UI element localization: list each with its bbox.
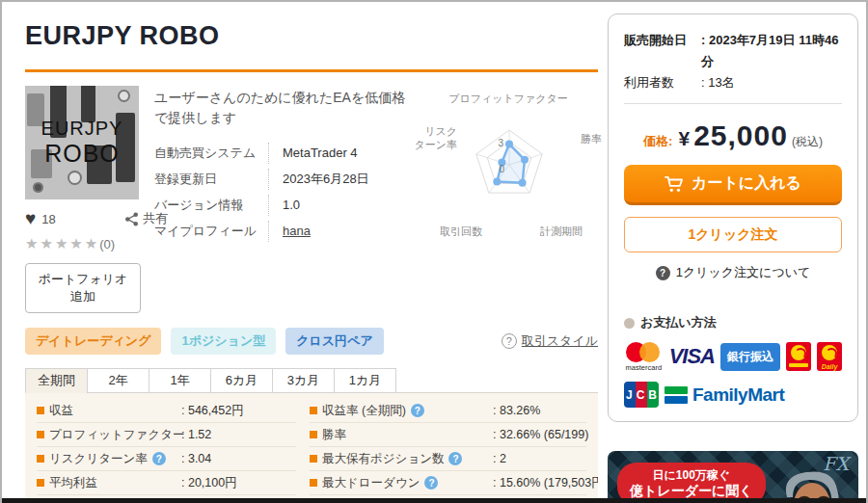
product-page: EURJPY ROBO EURJPY ROBO 18 xyxy=(25,12,598,503)
payment-logos-row2: JCB FamilyMart xyxy=(624,382,842,408)
meta-row-updated: 登録更新日 2023年6月28日 xyxy=(154,166,417,192)
stat-row-risk-return: リスクリターン率 : 3.04 xyxy=(37,447,296,471)
price-row: 価格: ¥ 25,000 (税込) xyxy=(624,119,842,152)
radar-axis-risk-return: リスクターン率 xyxy=(407,124,457,152)
meta-row-profile: マイプロフィール hana xyxy=(154,218,417,244)
bullet-icon xyxy=(624,318,635,329)
tab-1y[interactable]: 1年 xyxy=(149,368,211,393)
payment-methods-header: お支払い方法 xyxy=(624,314,842,331)
page-title: EURJPY ROBO xyxy=(25,21,598,51)
tags-row: デイトレーディング 1ポジション型 クロス円ペア 取引スタイル xyxy=(25,328,598,355)
bullet-icon xyxy=(310,407,317,414)
buy-card: 販売開始日 : 2023年7月19日 11時46分 利用者数 : 13名 価格:… xyxy=(608,13,858,422)
divider xyxy=(624,103,842,104)
tab-all-period[interactable]: 全期間 xyxy=(25,368,88,393)
bottom-bar xyxy=(0,498,868,503)
thumb-text-line1: EURJPY xyxy=(41,118,123,140)
tag-day-trading[interactable]: デイトレーディング xyxy=(25,328,161,355)
help-icon[interactable] xyxy=(424,476,438,490)
tax-note: (税込) xyxy=(792,134,823,150)
jcb-icon: JCB xyxy=(624,382,659,408)
bank-transfer-icon: 銀行振込 xyxy=(720,343,780,371)
cart-icon xyxy=(665,175,684,193)
star-icons[interactable]: ★★★★★ xyxy=(25,235,99,252)
purchase-sidebar: 販売開始日 : 2023年7月19日 11時46分 利用者数 : 13名 価格:… xyxy=(608,2,862,503)
bullet-icon xyxy=(310,455,317,463)
trade-style-link[interactable]: 取引スタイル xyxy=(522,332,598,350)
tag-cross-yen-pair[interactable]: クロス円ペア xyxy=(285,328,384,355)
meta-row-platform: 自動売買システム MetaTrader 4 xyxy=(154,140,417,166)
bullet-icon xyxy=(310,479,317,487)
svg-text:0: 0 xyxy=(499,164,504,174)
help-icon[interactable] xyxy=(448,452,462,465)
bullet-icon xyxy=(37,455,44,463)
mastercard-icon: mastercard xyxy=(624,341,664,372)
seller-profile-link[interactable]: hana xyxy=(283,224,311,238)
stats-panel: 収益 : 546,452円 プロフィットファクター : 1.52 リスクリターン… xyxy=(25,392,598,503)
title-divider xyxy=(25,69,598,72)
tab-6m[interactable]: 6カ月 xyxy=(210,368,273,393)
like-count: 18 xyxy=(41,212,55,226)
stat-row-win-rate: 勝率 : 32.66% (65/199) xyxy=(310,423,586,447)
release-date-row: 販売開始日 : 2023年7月19日 11時46分 xyxy=(624,30,842,72)
rating[interactable]: ★★★★★(0) xyxy=(25,235,141,252)
help-icon[interactable] xyxy=(411,404,424,417)
tag-one-position[interactable]: 1ポジション型 xyxy=(171,328,276,355)
help-icon[interactable] xyxy=(656,266,670,280)
tab-3m[interactable]: 3カ月 xyxy=(272,368,335,393)
radar-axis-trade-count: 取引回数 xyxy=(440,225,482,238)
radar-chart: プロフィットファクター 30 勝率 リスクターン率 取引回数 計測期間 xyxy=(419,92,598,234)
add-to-cart-button[interactable]: カートに入れる xyxy=(624,165,842,205)
radar-axis-win-rate: 勝率 xyxy=(581,132,602,146)
radar-axis-profit-factor: プロフィットファクター xyxy=(419,92,598,105)
tab-1m[interactable]: 1カ月 xyxy=(334,368,396,393)
product-image: EURJPY ROBO xyxy=(25,86,139,199)
help-icon[interactable] xyxy=(152,452,166,465)
bullet-icon xyxy=(37,431,44,438)
product-header: EURJPY ROBO 18 共有 ★★★★★(0) ポートフォリオ追加 xyxy=(25,86,598,313)
daily-yamazaki-icon xyxy=(786,342,811,371)
stat-row-max-drawdown: 最大ドローダウン : 15.60% (179,503円) xyxy=(310,471,586,495)
bullet-icon xyxy=(37,479,44,487)
thumb-text-line2: ROBO xyxy=(44,140,120,168)
familymart-icon: FamilyMart xyxy=(665,384,784,406)
radar-axis-period: 計測期間 xyxy=(540,225,583,238)
meta-row-version: バージョン情報 1.0 xyxy=(154,192,417,218)
product-description: ユーザーさんのために優れたEAを低価格で提供します xyxy=(154,88,417,128)
user-count-value: : 13名 xyxy=(701,72,735,93)
heart-icon[interactable] xyxy=(25,208,36,229)
currency-symbol: ¥ xyxy=(678,127,690,150)
bullet-icon xyxy=(310,431,317,438)
stat-row-max-positions: 最大保有ポジション数 : 2 xyxy=(310,447,586,471)
daily-yamazaki-icon: Daily xyxy=(817,342,842,371)
ad-banner[interactable]: 日に100万稼ぐ 億トレーダーに聞く FX shuz 野生の勘は xyxy=(608,451,858,503)
release-date-value: : 2023年7月19日 11時46分 xyxy=(701,30,842,72)
one-click-about[interactable]: 1クリック注文について xyxy=(624,264,842,281)
rating-count: (0) xyxy=(99,237,115,252)
payment-logos-row1: mastercard VISA 銀行振込 Daily xyxy=(624,341,842,372)
stat-row-profit: 収益 : 546,452円 xyxy=(37,399,296,423)
price-label: 価格: xyxy=(643,133,672,150)
bullet-icon xyxy=(37,407,44,414)
user-count-row: 利用者数 : 13名 xyxy=(624,72,842,93)
one-click-order-button[interactable]: 1クリック注文 xyxy=(624,217,842,252)
stat-row-return-rate: 収益率 (全期間) : 83.26% xyxy=(310,399,586,423)
period-tabs: 全期間 2年 1年 6カ月 3カ月 1カ月 xyxy=(25,368,598,393)
help-icon[interactable] xyxy=(502,333,517,349)
visa-icon: VISA xyxy=(669,344,715,369)
stat-row-avg-profit: 平均利益 : 20,100円 xyxy=(37,471,296,495)
price-value: 25,000 xyxy=(693,119,788,152)
ad-badge: 日に100万稼ぐ 億トレーダーに聞く xyxy=(617,463,766,503)
add-portfolio-button[interactable]: ポートフォリオ追加 xyxy=(25,263,141,313)
stat-row-profit-factor: プロフィットファクター : 1.52 xyxy=(37,423,296,447)
tab-2y[interactable]: 2年 xyxy=(87,368,149,393)
svg-text:3: 3 xyxy=(498,138,503,148)
share-icon xyxy=(124,212,139,226)
